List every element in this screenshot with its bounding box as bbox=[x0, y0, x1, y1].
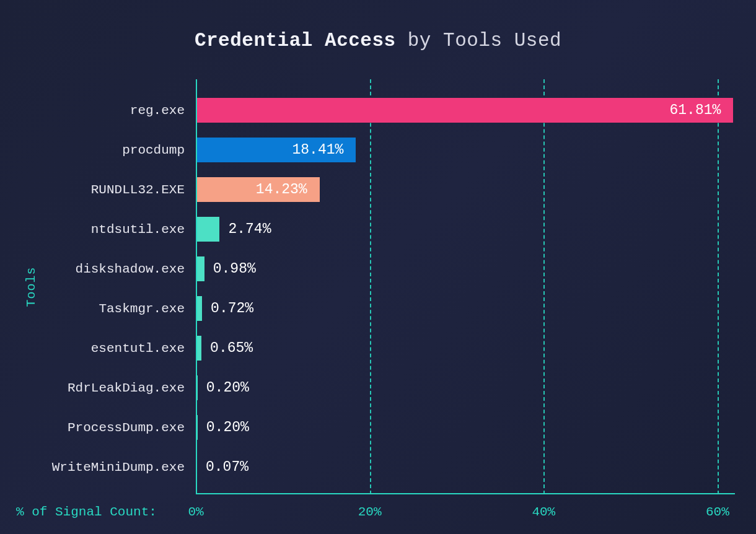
category-label: procdump bbox=[122, 143, 196, 157]
bar-row: ntdsutil.exe 2.74% bbox=[196, 217, 279, 242]
category-label: reg.exe bbox=[130, 103, 196, 118]
y-axis-label: Tools bbox=[24, 266, 38, 307]
category-label: ProcessDump.exe bbox=[68, 421, 196, 435]
bar bbox=[196, 256, 204, 281]
value-label: 0.07% bbox=[197, 459, 257, 475]
y-axis-line bbox=[196, 79, 197, 494]
bar-row: ProcessDump.exe 0.20% bbox=[196, 415, 258, 440]
category-label: esentutl.exe bbox=[91, 341, 196, 356]
bar-row: RdrLeakDiag.exe 0.20% bbox=[196, 375, 258, 400]
x-axis-line bbox=[196, 493, 735, 494]
gridline bbox=[718, 79, 719, 494]
chart-title-bold: Credential Access bbox=[195, 30, 396, 51]
x-tick-label: 20% bbox=[358, 505, 382, 519]
x-tick-label: 0% bbox=[188, 505, 203, 519]
gridline bbox=[370, 79, 371, 494]
value-label: 0.72% bbox=[202, 300, 262, 317]
category-label: RUNDLL32.EXE bbox=[91, 183, 196, 197]
x-axis-label: % of Signal Count: bbox=[16, 505, 157, 519]
bar bbox=[196, 217, 219, 242]
bar-row: Taskmgr.exe 0.72% bbox=[196, 296, 262, 321]
x-tick-label: 40% bbox=[532, 505, 555, 519]
value-label: 2.74% bbox=[219, 221, 279, 237]
category-label: RdrLeakDiag.exe bbox=[68, 381, 196, 395]
value-label: 0.20% bbox=[198, 419, 258, 436]
bar-row: diskshadow.exe 0.98% bbox=[196, 256, 265, 281]
bar-row: esentutl.exe 0.65% bbox=[196, 336, 262, 361]
x-tick-label: 60% bbox=[706, 505, 729, 519]
bar bbox=[196, 98, 733, 123]
value-label: 18.41% bbox=[284, 142, 353, 158]
bar-row: RUNDLL32.EXE 14.23% bbox=[196, 177, 320, 202]
chart-title-rest: by Tools Used bbox=[396, 30, 561, 51]
gridline bbox=[543, 79, 545, 494]
value-label: 61.81% bbox=[661, 102, 730, 118]
category-label: WriteMiniDump.exe bbox=[52, 460, 196, 475]
bar-row: procdump 18.41% bbox=[196, 138, 356, 162]
chart-title: Credential Access by Tools Used bbox=[0, 30, 756, 51]
value-label: 0.98% bbox=[204, 261, 265, 277]
bar-row: WriteMiniDump.exe 0.07% bbox=[196, 455, 257, 479]
category-label: ntdsutil.exe bbox=[91, 222, 196, 237]
category-label: Taskmgr.exe bbox=[99, 302, 196, 316]
category-label: diskshadow.exe bbox=[76, 262, 196, 276]
value-label: 14.23% bbox=[247, 182, 316, 198]
plot-area: Tools % of Signal Count: 0% 20% 40% 60% … bbox=[196, 79, 735, 494]
bar-row: reg.exe 61.81% bbox=[196, 98, 733, 123]
value-label: 0.20% bbox=[198, 380, 258, 396]
value-label: 0.65% bbox=[201, 340, 262, 356]
